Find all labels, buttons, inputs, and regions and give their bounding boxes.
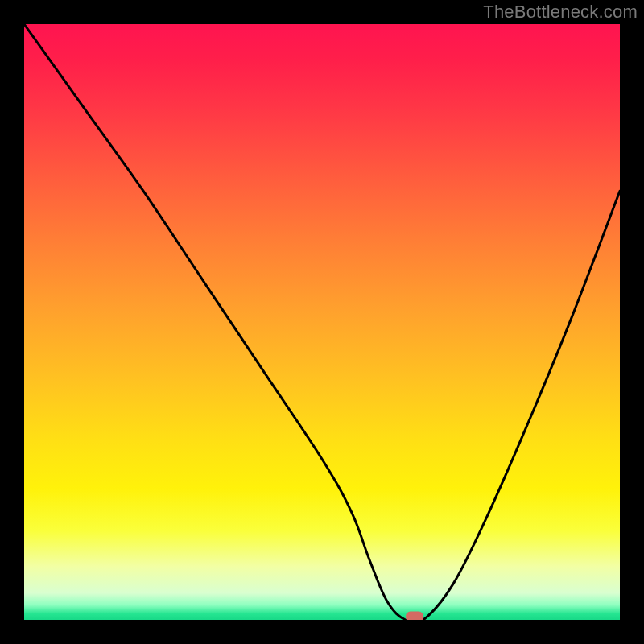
- minimum-marker: [406, 612, 423, 621]
- plot-area: [24, 24, 620, 620]
- watermark-text: TheBottleneck.com: [483, 2, 638, 23]
- curve-layer: [24, 24, 620, 620]
- chart-frame: TheBottleneck.com: [0, 0, 644, 644]
- bottleneck-curve-path: [24, 24, 620, 620]
